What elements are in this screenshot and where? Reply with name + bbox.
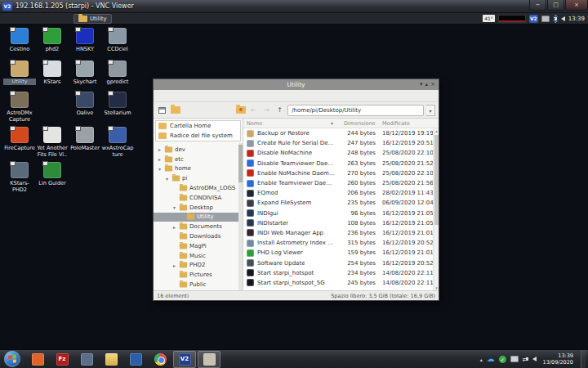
vnc-server-icon[interactable]: V2 [529, 15, 538, 23]
expander-icon[interactable]: ▸ [157, 156, 163, 162]
file-manager-icon[interactable] [49, 15, 57, 23]
phd2-icon[interactable]: phd2 [36, 28, 69, 52]
kstars-phd2-icon[interactable]: KStars-PHD2 [3, 162, 36, 193]
start-button[interactable] [4, 351, 20, 367]
view-mode-button[interactable] [209, 105, 220, 116]
list-scrollbar[interactable]: ▴▾ [433, 128, 439, 290]
volume-tray-icon[interactable] [532, 357, 537, 361]
pi-taskbar-button-utility[interactable]: Utility [74, 14, 112, 24]
path-input[interactable]: /home/pi/Desktop/Utility [287, 105, 424, 116]
column-header-modified[interactable]: Modificato [380, 120, 439, 127]
up-button[interactable]: ↑ [274, 105, 285, 116]
vnc-launcher-icon[interactable] [26, 15, 34, 23]
tree-item[interactable]: Templates [154, 289, 243, 290]
expander-icon[interactable]: ▾ [164, 176, 170, 182]
INDIgui[interactable]: INDIgui 96 bytes 16/12/2019 21:05 [243, 209, 439, 218]
column-header-name[interactable]: Nome ▾ [243, 120, 336, 127]
Backup or Restore[interactable]: Backup or Restore 244 bytes 18/12/2019 1… [243, 128, 439, 138]
Disable Teamviewer Daemon[interactable]: Disable Teamviewer Daemon 263 bytes 25/0… [243, 159, 439, 168]
place-home[interactable]: Cartella Home [156, 121, 240, 131]
onedrive-icon[interactable]: ☁ [487, 355, 495, 363]
Start starpi_hotspot_5G[interactable]: Start starpi_hotspot_5G 245 bytes 14/08/… [243, 278, 439, 288]
tree-item[interactable]: ▸ PHD2 [154, 261, 243, 271]
INDIstarter[interactable]: INDIstarter 108 bytes 16/12/2019 21:05 [243, 218, 439, 228]
green-app-icon[interactable] [38, 15, 46, 23]
INDI Web Manager App[interactable]: INDI Web Manager App 236 bytes 16/12/201… [243, 228, 439, 238]
hidden-icons-button[interactable]: ▴ [480, 357, 483, 362]
new-folder-button[interactable] [170, 105, 180, 116]
lin-guider-icon[interactable]: Lin Guider [36, 162, 69, 186]
gpredict-icon[interactable]: gpredict [101, 61, 134, 85]
sidebar-scrollbar[interactable] [238, 143, 243, 290]
oalive-icon[interactable]: Oalive [69, 92, 101, 116]
expander-icon[interactable]: ▸ [157, 146, 163, 152]
firecapture-icon[interactable]: FireCapture [3, 127, 36, 151]
close-button[interactable]: × [565, 0, 588, 11]
trash-icon[interactable]: Cestino [3, 28, 36, 52]
Enable NoMachine Daemon[interactable]: Enable NoMachine Daemon 270 bytes 25/08/… [243, 168, 439, 178]
taskbar-app-orange[interactable] [26, 351, 49, 368]
web-browser-icon[interactable] [15, 15, 23, 23]
view-mode-button[interactable] [183, 105, 194, 116]
Expand FileSystem[interactable]: Expand FileSystem 235 bytes 06/09/2020 1… [243, 198, 439, 208]
tree-item[interactable]: ▸ etc [154, 155, 243, 164]
tree-item[interactable]: Music [154, 251, 243, 261]
column-header-size[interactable]: Dimensione [336, 120, 380, 127]
safely-remove-icon[interactable]: ✓ [499, 356, 506, 363]
view-mode-button[interactable] [196, 105, 207, 116]
taskbar-image-viewer[interactable] [198, 351, 220, 368]
Install Astrometry Index Files[interactable]: Install Astrometry Index Files 315 bytes… [243, 238, 439, 248]
ccdciel-icon[interactable]: CCDciel [101, 28, 134, 52]
tree-item[interactable]: MagPi [154, 241, 243, 251]
EQmod[interactable]: EQmod 206 bytes 28/02/2019 11:43 [243, 188, 439, 198]
taskbar-remote-desktop[interactable] [75, 351, 98, 368]
tree-item[interactable]: ▾ pi [154, 173, 243, 183]
Software Update[interactable]: Software Update 254 bytes 16/12/2019 20:… [243, 258, 439, 267]
stellarium-icon[interactable]: Stellarium [101, 92, 134, 116]
pi-clock[interactable]: 13:39 [568, 16, 585, 22]
tree-item[interactable]: ▸ dev [154, 145, 243, 155]
fm-minimize-button[interactable]: ▾ [420, 80, 423, 89]
network-icon[interactable] [510, 356, 519, 362]
expander-icon[interactable]: ▸ [172, 224, 177, 230]
PHD Log Viewer[interactable]: PHD Log Viewer 159 bytes 16/12/2019 21:0… [243, 248, 439, 258]
tree-item[interactable]: CONDIVISA [154, 193, 243, 203]
skychart-icon[interactable]: Skychart [69, 61, 101, 85]
wxastrocapture-icon[interactable]: wxAstroCapture [101, 127, 134, 158]
maximize-button[interactable]: □ [547, 0, 564, 11]
tree-item[interactable]: AstroDMx_LOGS [154, 183, 243, 193]
tree-item[interactable]: ▾ home [154, 164, 243, 174]
home-button[interactable] [235, 105, 246, 116]
taskbar-explorer[interactable] [100, 351, 122, 368]
expander-icon[interactable]: ▾ [157, 166, 163, 172]
forward-button[interactable]: → [261, 105, 272, 116]
terminal-icon[interactable] [60, 15, 69, 23]
volume-icon[interactable] [561, 16, 565, 21]
tree-item[interactable]: ▾ Desktop [154, 203, 243, 213]
tree-item[interactable]: Pictures [154, 270, 243, 280]
view-mode-button[interactable] [222, 105, 233, 116]
polemaster-icon[interactable]: PoleMaster [69, 127, 101, 151]
show-desktop-button[interactable] [581, 350, 586, 368]
tree-item[interactable]: ▸ Documents [154, 222, 243, 231]
place-fs-root[interactable]: Radice del file system [156, 131, 240, 141]
taskbar-app-blue[interactable] [124, 351, 147, 368]
fm-close-button[interactable]: × [430, 80, 435, 89]
minimize-button[interactable]: − [529, 0, 546, 11]
kstars-icon[interactable]: KStars [36, 61, 69, 85]
menu-raspberry-icon[interactable] [3, 15, 11, 23]
astrodmx-capture-icon[interactable]: AstroDMx Capture [3, 92, 36, 123]
hnsky-icon[interactable]: HNSKY [69, 28, 101, 52]
Enable Teamviewer Daemon[interactable]: Enable Teamviewer Daemon 260 bytes 25/08… [243, 178, 439, 188]
expander-icon[interactable]: ▾ [172, 204, 177, 210]
taskbar-filezilla[interactable]: Fz [51, 351, 74, 368]
utility-folder-icon[interactable]: Utility [3, 61, 36, 85]
clock[interactable]: 13:39 13/09/2020 [543, 352, 573, 366]
Create Rule for Serial Device[interactable]: Create Rule for Serial Device 247 bytes … [243, 138, 439, 148]
new-tab-button[interactable] [157, 105, 167, 116]
tree-item[interactable]: Utility [154, 213, 243, 222]
back-button[interactable]: ← [248, 105, 259, 116]
Start starpi_hotspot[interactable]: Start starpi_hotspot 234 bytes 14/08/202… [243, 268, 439, 278]
path-dropdown-button[interactable]: ▾ [426, 105, 435, 116]
taskbar-chrome[interactable] [149, 351, 172, 368]
